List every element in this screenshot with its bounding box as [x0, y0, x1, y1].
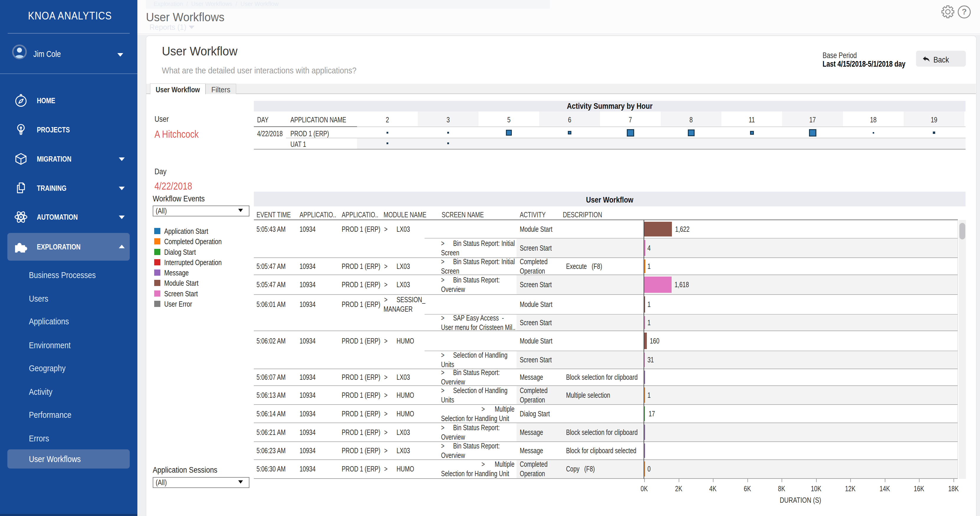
svg-text:?: ?: [962, 7, 967, 16]
